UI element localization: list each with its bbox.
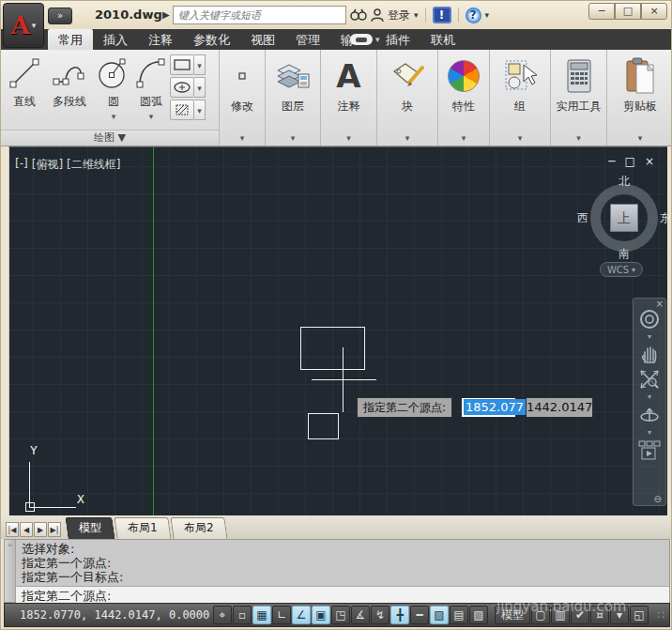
annotation-visibility-button[interactable]: ¤: [590, 606, 609, 624]
tab-model[interactable]: 模型: [65, 517, 115, 539]
grid-display-toggle[interactable]: ▦: [252, 606, 271, 624]
application-menu-button[interactable]: A ▾: [3, 3, 44, 48]
statusbar-grip-icon[interactable]: ∷: [657, 608, 665, 622]
ribbon-tab-manage[interactable]: 管理: [285, 29, 330, 50]
tab-layout1[interactable]: 布局1: [114, 517, 171, 539]
drawn-rectangle-small[interactable]: [308, 413, 339, 439]
object-snap-tracking-toggle[interactable]: ╋: [390, 606, 409, 624]
panel-utilities[interactable]: 实用工具 ▾: [551, 50, 607, 146]
ellipse-tool-button[interactable]: ▾: [170, 77, 206, 98]
viewcube-east-label[interactable]: 东: [660, 210, 667, 226]
doc-close-button[interactable]: ×: [645, 155, 654, 168]
doc-minimize-button[interactable]: ─: [608, 155, 615, 168]
snap-mode-toggle[interactable]: ⌖: [213, 606, 232, 624]
block-panel-caret-icon[interactable]: ▾: [405, 133, 410, 143]
panel-properties[interactable]: 特性 ▾: [438, 50, 490, 146]
coordinate-readout[interactable]: 1852.0770, 1442.0147, 0.0000: [8, 608, 213, 622]
viewport-visual-style-control[interactable]: [二维线框]: [67, 157, 120, 173]
panel-modify[interactable]: 修改 ▾: [220, 50, 266, 146]
wcs-dropdown[interactable]: WCS ▾: [600, 262, 643, 277]
ellipse-flyout-caret-icon[interactable]: ▾: [194, 77, 206, 98]
ribbon-tab-annotate[interactable]: 注释: [138, 29, 183, 50]
orbit-icon[interactable]: [638, 404, 661, 426]
ortho-mode-toggle[interactable]: ∟: [272, 606, 291, 624]
layout-first-button[interactable]: |◀: [6, 522, 19, 537]
polar-tracking-toggle[interactable]: ∠: [292, 606, 311, 624]
login-dropdown-icon[interactable]: ▾: [414, 10, 419, 20]
zoom-icon[interactable]: [638, 368, 661, 391]
hatch-flyout-caret-icon[interactable]: ▾: [194, 100, 206, 120]
navigation-bar[interactable]: × ▾ ▾: [633, 298, 666, 506]
hatch-tool-button[interactable]: ▾: [170, 100, 206, 120]
ribbon-tab-online[interactable]: 联机: [420, 29, 466, 50]
orbit-caret-icon[interactable]: ▾: [648, 430, 651, 436]
quick-access-expand-button[interactable]: »: [48, 8, 72, 24]
quick-view-layouts-button[interactable]: ▥: [551, 606, 570, 624]
object-snap-toggle[interactable]: ▣: [312, 606, 330, 624]
layout-last-button[interactable]: ▶|: [48, 522, 61, 537]
rectangle-flyout-caret-icon[interactable]: ▾: [194, 54, 206, 75]
steering-wheel-icon[interactable]: [638, 308, 661, 330]
circle-flyout-caret-icon[interactable]: ▾: [95, 112, 132, 121]
restore-button[interactable]: □: [615, 3, 641, 20]
doc-restore-button[interactable]: □: [625, 155, 635, 168]
rectangle-tool-button[interactable]: ▾: [170, 54, 206, 75]
help-dropdown-icon[interactable]: ▾: [485, 10, 490, 20]
model-space-button[interactable]: 模型: [495, 606, 530, 624]
ribbon-tab-plugins[interactable]: 插件: [375, 29, 420, 50]
ribbon-tab-parametric[interactable]: 参数化: [183, 29, 240, 50]
pan-hand-icon[interactable]: [639, 344, 660, 364]
quick-view-drawings-button[interactable]: ▢: [531, 606, 550, 624]
close-button[interactable]: ×: [641, 3, 667, 20]
panel-block[interactable]: 块 ▾: [377, 50, 438, 146]
dynamic-ucs-toggle[interactable]: ∡: [351, 606, 370, 624]
modify-panel-caret-icon[interactable]: ▾: [240, 133, 245, 143]
ribbon-tab-insert[interactable]: 插入: [93, 29, 138, 50]
annotation-panel-caret-icon[interactable]: ▾: [346, 133, 351, 143]
ribbon-minimize-button[interactable]: ▾: [350, 34, 380, 45]
help-icon[interactable]: ?: [466, 8, 481, 23]
grid-dots-toggle[interactable]: ▫: [233, 606, 252, 624]
utilities-panel-caret-icon[interactable]: ▾: [576, 133, 581, 143]
line-tool-button[interactable]: 直线: [5, 54, 44, 110]
3d-object-snap-toggle[interactable]: ◳: [331, 606, 350, 624]
quick-properties-toggle[interactable]: ▤: [450, 606, 468, 624]
viewcube-top-face[interactable]: 上: [610, 204, 638, 232]
lineweight-toggle[interactable]: ━: [410, 606, 429, 624]
command-line-drag-handle[interactable]: ═: [5, 540, 16, 602]
tab-layout2[interactable]: 布局2: [170, 517, 227, 539]
group-panel-caret-icon[interactable]: ▾: [518, 133, 523, 143]
properties-panel-caret-icon[interactable]: ▾: [462, 133, 466, 143]
arc-flyout-caret-icon[interactable]: ▾: [132, 112, 170, 121]
clipboard-panel-caret-icon[interactable]: ▾: [638, 133, 643, 143]
command-history[interactable]: 选择对象: 指定第一个源点: 指定第一个目标点:: [16, 540, 669, 586]
workspace-dropdown-button[interactable]: ▾: [610, 606, 629, 624]
layers-panel-caret-icon[interactable]: ▾: [291, 133, 296, 143]
panel-layers[interactable]: 图层 ▾: [266, 50, 321, 146]
viewcube-south-label[interactable]: 南: [619, 246, 630, 262]
viewcube-north-label[interactable]: 北: [619, 174, 630, 190]
panel-clipboard[interactable]: 剪贴板 ▾: [607, 50, 672, 146]
navbar-close-icon[interactable]: ×: [656, 299, 664, 309]
annotation-scale-button[interactable]: ✔: [571, 606, 589, 624]
ribbon-tab-home[interactable]: 常用: [48, 29, 93, 50]
circle-tool-button[interactable]: 圆 ▾: [95, 54, 132, 121]
layout-prev-button[interactable]: ◀: [20, 522, 33, 537]
panel-group[interactable]: 组 ▾: [490, 50, 551, 146]
binoculars-search-icon[interactable]: [350, 8, 367, 22]
layout-next-button[interactable]: ▶: [34, 522, 47, 537]
login-button[interactable]: 登录: [388, 8, 410, 23]
panel-annotation[interactable]: A 注释 ▾: [321, 50, 377, 146]
command-input-line[interactable]: 指定第二个源点:: [16, 586, 669, 605]
polyline-tool-button[interactable]: 多段线: [46, 54, 93, 110]
minimize-button[interactable]: ─: [588, 3, 615, 20]
dynamic-input-x-field[interactable]: 1852.077: [461, 397, 516, 418]
search-input[interactable]: [173, 6, 346, 24]
dynamic-input-y-field[interactable]: 1442.0147: [526, 397, 593, 418]
zoom-caret-icon[interactable]: ▾: [648, 394, 651, 400]
viewport-view-control[interactable]: [俯视]: [32, 157, 63, 173]
viewcube-west-label[interactable]: 西: [577, 210, 588, 226]
steering-wheel-caret-icon[interactable]: ▾: [648, 334, 651, 340]
arc-tool-button[interactable]: 圆弧 ▾: [132, 54, 170, 121]
drawn-rectangle-large[interactable]: [300, 327, 365, 370]
